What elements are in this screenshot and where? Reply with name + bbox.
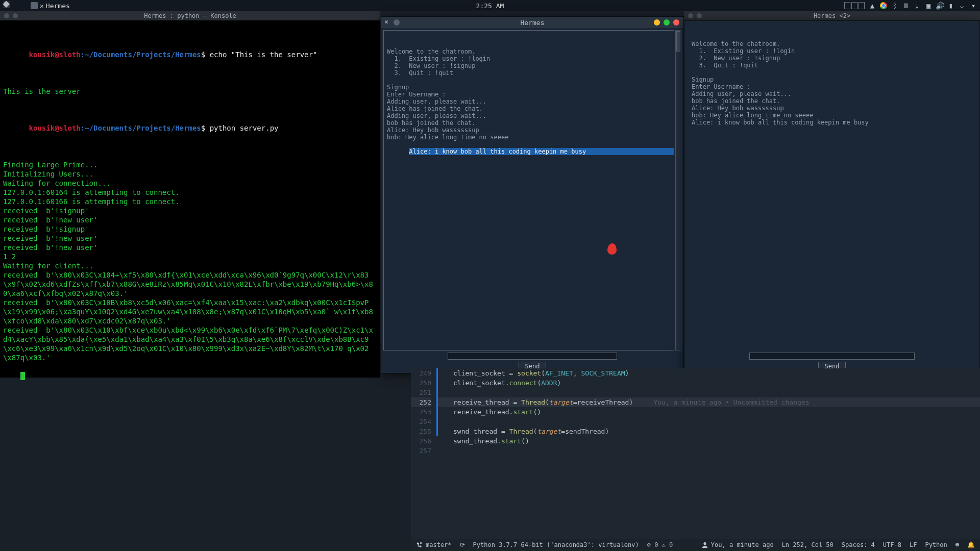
volume-icon[interactable]: 🔊 (936, 2, 943, 9)
menu-chevron-icon[interactable]: ▾ (970, 2, 977, 9)
encoding[interactable]: UTF-8 (883, 541, 901, 548)
language-mode[interactable]: Python (925, 541, 947, 548)
battery-icon[interactable]: ▮ (947, 2, 954, 9)
close-window-icon[interactable] (673, 19, 679, 26)
download-icon[interactable]: ⭳ (914, 2, 921, 9)
recording-cursor-icon (607, 243, 617, 255)
git-blame[interactable]: You, a minute ago (701, 541, 774, 548)
terminal-cursor (20, 372, 25, 380)
editor-statusbar: master* ⟳ Python 3.7.7 64-bit ('anaconda… (411, 539, 980, 551)
python-interpreter[interactable]: Python 3.7.7 64-bit ('anaconda3': virtua… (473, 541, 639, 548)
app-launcher-icon[interactable] (2, 0, 14, 11)
hermes2-panel-title: Hermes <2> (814, 12, 850, 19)
task-label: Hermes (46, 2, 70, 10)
konsole-titlebar: Hermes : python — Konsole (0, 11, 380, 20)
konsole-title: Hermes : python — Konsole (144, 12, 236, 19)
feedback-icon[interactable]: ☻ (955, 541, 959, 548)
cursor-position[interactable]: Ln 252, Col 50 (782, 541, 834, 548)
hermes1-titlebar[interactable]: ✕ Hermes (381, 17, 683, 28)
svg-point-0 (703, 542, 706, 545)
terminal-output[interactable]: kousik@sloth:~/Documents/Projects/Hermes… (0, 20, 380, 378)
git-branch[interactable]: master* (416, 541, 452, 548)
scrollbar[interactable] (675, 30, 681, 350)
task-item-hermes[interactable]: ✕ Hermes (28, 2, 73, 10)
notifications-icon[interactable]: ▲ (869, 2, 876, 9)
hermes1-message-input[interactable] (448, 353, 617, 360)
hermes2-panel-titlebar: Hermes <2> (684, 11, 980, 20)
system-tray: ▲ ᛒ ⏸ ⭳ ▣ 🔊 ▮ ⌵ ▾ (844, 2, 977, 9)
hermes1-chat-log[interactable]: Welcome to the chatroom. 1. Existing use… (383, 30, 674, 350)
maximize-icon[interactable] (664, 19, 670, 26)
hermes1-title: Hermes (521, 19, 545, 27)
close-icon[interactable]: ✕ (384, 18, 388, 26)
eol[interactable]: LF (910, 541, 917, 548)
git-sync[interactable]: ⟳ (460, 541, 465, 548)
system-taskbar: ✕ Hermes 2:25 AM ▲ ᛒ ⏸ ⭳ ▣ 🔊 ▮ ⌵ ▾ (0, 0, 980, 11)
person-icon (701, 541, 708, 548)
hermes2-message-input[interactable] (749, 353, 915, 360)
minimize-icon[interactable] (654, 19, 660, 26)
editor-gutter: 249250251252253254255256257 (411, 368, 436, 456)
wifi-icon[interactable]: ⌵ (959, 2, 966, 9)
code-editor[interactable]: 249250251252253254255256257 client_socke… (411, 368, 980, 539)
clipboard-icon[interactable]: ▣ (925, 2, 932, 9)
task-close-icon[interactable]: ✕ (40, 2, 44, 10)
indent-setting[interactable]: Spaces: 4 (842, 541, 875, 548)
taskbar-clock: 2:25 AM (476, 2, 504, 10)
problems-count[interactable]: ⊘ 0 ⚠ 0 (647, 541, 673, 548)
branch-icon (416, 541, 423, 548)
hermes-window-2: Welcome to the chatroom. 1. Existing use… (684, 20, 980, 373)
scrollbar-thumb[interactable] (676, 31, 680, 52)
chrome-icon[interactable] (880, 2, 887, 9)
hermes1-selected-line: Alice: i know bob all this coding keepin… (409, 148, 674, 155)
hermes-window-1: ✕ Hermes Welcome to the chatroom. 1. Exi… (381, 16, 684, 373)
workspace-switcher-icon[interactable] (844, 2, 865, 9)
bluetooth-icon[interactable]: ᛒ (891, 2, 898, 9)
editor-code[interactable]: client_socket = socket(AF_INET, SOCK_STR… (438, 368, 980, 456)
task-icon (31, 2, 38, 9)
window-dot-icon[interactable] (394, 19, 400, 26)
hermes2-chat-log[interactable]: Welcome to the chatroom. 1. Existing use… (689, 23, 975, 350)
media-icon[interactable]: ⏸ (902, 2, 910, 9)
notifications-bell-icon[interactable]: 🔔 (967, 541, 975, 548)
